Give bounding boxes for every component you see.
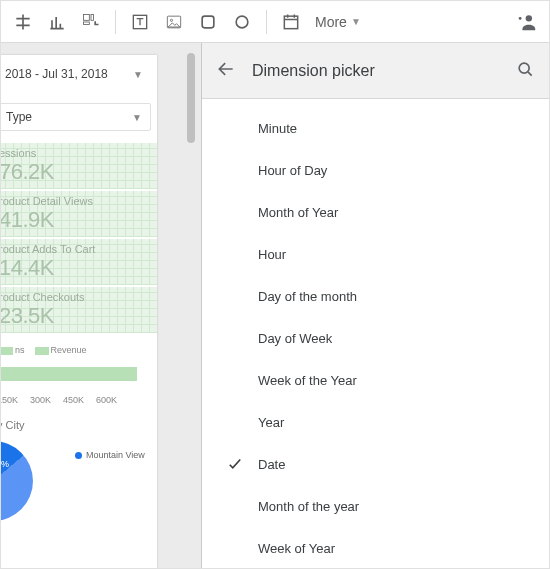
caret-down-icon: ▼ (132, 112, 142, 123)
metric-label: essions (1, 147, 157, 159)
axis-tick: 300K (30, 395, 51, 405)
dimension-option[interactable]: Date (202, 443, 549, 485)
metric-label: roduct Adds To Cart (1, 243, 157, 255)
dimension-picker-panel: Dimension picker MinuteHour of DayMonth … (201, 43, 549, 568)
metrics-grid: essions76.2Kroduct Detail Views41.9Krodu… (1, 139, 157, 339)
dimension-option[interactable]: Week of Year (202, 527, 549, 568)
dimension-option-label: Hour of Day (258, 163, 327, 178)
dimension-option-label: Hour (258, 247, 286, 262)
svg-rect-0 (84, 14, 90, 20)
type-dropdown[interactable]: Type ▼ (1, 103, 151, 131)
dimension-option[interactable]: Week of the Year (202, 359, 549, 401)
chart-icon[interactable] (41, 6, 73, 38)
date-range-text: 2018 - Jul 31, 2018 (5, 67, 108, 81)
scorecard-icon[interactable] (75, 6, 107, 38)
dimension-option[interactable]: Hour of Day (202, 149, 549, 191)
svg-rect-6 (202, 16, 214, 28)
image-icon[interactable] (158, 6, 190, 38)
caret-down-icon: ▼ (351, 16, 361, 27)
panel-header: Dimension picker (202, 43, 549, 99)
scrollbar-thumb[interactable] (187, 53, 195, 143)
dimension-options-list: MinuteHour of DayMonth of YearHourDay of… (202, 99, 549, 568)
svg-point-5 (170, 19, 172, 21)
dimension-option-label: Week of Year (258, 541, 335, 556)
metric-label: roduct Detail Views (1, 195, 157, 207)
svg-rect-8 (284, 16, 297, 29)
metric-card[interactable]: essions76.2K (1, 143, 157, 189)
metric-value: 41.9K (1, 207, 157, 233)
dimension-option[interactable]: Month of Year (202, 191, 549, 233)
pie-chart: 14% (1, 441, 33, 521)
dimension-option[interactable]: Year (202, 401, 549, 443)
date-range-icon[interactable] (275, 6, 307, 38)
top-toolbar: More ▼ (1, 1, 549, 43)
metric-card[interactable]: roduct Adds To Cart14.4K (1, 239, 157, 285)
bar-chart (1, 367, 137, 381)
add-person-button[interactable] (511, 6, 543, 38)
pie-legend-item: Mountain View (75, 389, 145, 521)
dimension-option-label: Year (258, 415, 284, 430)
report-canvas[interactable]: 2018 - Jul 31, 2018 ▼ Type ▼ essions76.2… (1, 55, 157, 568)
pie-percent: 14% (1, 459, 9, 469)
dimension-option[interactable]: Day of the month (202, 275, 549, 317)
metric-value: 76.2K (1, 159, 157, 185)
more-menu[interactable]: More ▼ (309, 14, 367, 30)
dimension-option[interactable]: Minute (202, 107, 549, 149)
more-label: More (315, 14, 347, 30)
svg-rect-2 (91, 14, 94, 20)
dimension-option[interactable]: Hour (202, 233, 549, 275)
toolbar-separator (266, 10, 267, 34)
back-button[interactable] (216, 59, 236, 83)
check-icon (226, 455, 244, 473)
metric-card[interactable]: roduct Checkouts23.5K (1, 287, 157, 333)
panel-title: Dimension picker (252, 62, 499, 80)
report-stage: 2018 - Jul 31, 2018 ▼ Type ▼ essions76.2… (1, 43, 549, 568)
toolbar-separator (115, 10, 116, 34)
svg-point-7 (236, 16, 248, 28)
caret-down-icon: ▼ (133, 69, 143, 80)
dimension-option-label: Date (258, 457, 285, 472)
legend-dot-icon (75, 452, 82, 459)
dimension-option-label: Minute (258, 121, 297, 136)
circle-icon[interactable] (226, 6, 258, 38)
metric-label: roduct Checkouts (1, 291, 157, 303)
dimension-option[interactable]: Month of the year (202, 485, 549, 527)
svg-rect-1 (84, 22, 90, 25)
chart-legend: ns Revenue (1, 339, 157, 361)
dimension-option-label: Week of the Year (258, 373, 357, 388)
align-center-icon[interactable] (7, 6, 39, 38)
dimension-option-label: Month of Year (258, 205, 338, 220)
text-icon[interactable] (124, 6, 156, 38)
search-button[interactable] (515, 59, 535, 83)
svg-point-9 (526, 15, 532, 21)
type-label: Type (6, 110, 32, 124)
date-range-control[interactable]: 2018 - Jul 31, 2018 ▼ (1, 63, 151, 85)
dimension-option-label: Day of Week (258, 331, 332, 346)
dimension-option-label: Day of the month (258, 289, 357, 304)
rectangle-icon[interactable] (192, 6, 224, 38)
metric-card[interactable]: roduct Detail Views41.9K (1, 191, 157, 237)
dimension-option-label: Month of the year (258, 499, 359, 514)
metric-value: 14.4K (1, 255, 157, 281)
metric-value: 23.5K (1, 303, 157, 329)
dimension-option[interactable]: Day of Week (202, 317, 549, 359)
axis-tick: 150K (1, 395, 18, 405)
svg-point-10 (519, 63, 529, 73)
